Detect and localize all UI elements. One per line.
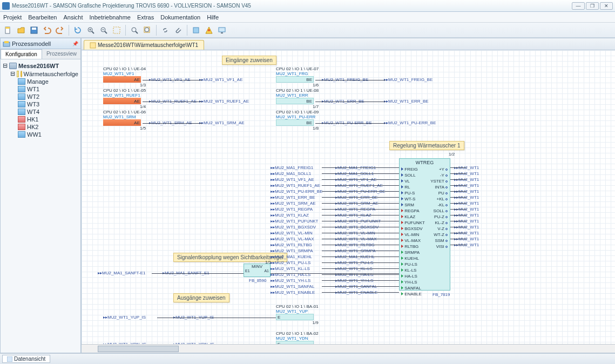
svg-point-14 bbox=[145, 28, 149, 32]
tree-item-hk2[interactable]: HK2 bbox=[3, 123, 78, 131]
reg-in-sig: ▸▸MU2_WT1_RUEF1_AE bbox=[271, 183, 322, 188]
reg-in-sig: ▸▸MU2_WT1_KL-LS bbox=[271, 266, 322, 272]
reg-in-sig: ▸▸MU2_WT1_SRMPA bbox=[271, 248, 322, 254]
note-reg: Regelung Wärmetauscher 1 bbox=[389, 141, 464, 150]
wtreg-title: WTREG bbox=[400, 159, 450, 166]
tree-item-manage[interactable]: Manage bbox=[3, 78, 78, 85]
wtreg-fb: FB_7819 bbox=[432, 292, 450, 297]
menu-ansicht[interactable]: Ansicht bbox=[63, 14, 83, 21]
monitor-button[interactable] bbox=[216, 24, 228, 36]
refresh-button[interactable] bbox=[72, 24, 84, 36]
zoom-sel-button[interactable] bbox=[141, 24, 153, 36]
svg-rect-19 bbox=[221, 32, 223, 33]
titlebar: Messe2016WT - SAMSON Grafische Projektie… bbox=[0, 0, 615, 12]
tree-item-wt2[interactable]: WT2 bbox=[3, 93, 78, 100]
menu-dokumentation[interactable]: Dokumentation bbox=[160, 14, 200, 21]
minv-block[interactable]: MINV E1A1 bbox=[244, 264, 271, 277]
svg-point-12 bbox=[132, 28, 136, 32]
io-block-ue09[interactable]: CPU 02 \ IO 1 \ UE-09 MU2_WT1_PU-ERR BE … bbox=[276, 110, 319, 131]
save-button[interactable] bbox=[28, 24, 40, 36]
wtreg-block[interactable]: WTREG FREIG+Y SOLL-Y VLYSTET RLINTA PU-S… bbox=[399, 158, 450, 291]
svg-rect-11 bbox=[113, 27, 120, 33]
tree-group[interactable]: ⊟ Wärmetauscherfolge bbox=[3, 70, 78, 78]
horizontal-scrollbar[interactable] bbox=[82, 344, 615, 353]
warning-button[interactable] bbox=[203, 24, 215, 36]
reg-in-sig: ▸▸MU2_WT1_VF1_AE bbox=[271, 177, 322, 183]
signal-err-be-out: ▸▸MU2_WT1_ERR_BE bbox=[384, 99, 429, 104]
tree-item-ww1[interactable]: WW1 bbox=[3, 131, 78, 138]
toolbar bbox=[0, 23, 615, 38]
minv-idx: 1/1 bbox=[265, 260, 271, 265]
reg-in-sig: ▸▸MU2_MA1_SOLL1 bbox=[271, 171, 322, 177]
reg-in-sig: ▸▸MU2_WT1_VL-MIN bbox=[271, 230, 322, 236]
reg-in-sig: ▸▸MU2_WT1_PU-LS bbox=[271, 260, 322, 266]
signal-yup-in: ▸▸MU2_WT1_YUP_IS bbox=[103, 315, 146, 320]
tree-item-wt1[interactable]: WT1 bbox=[3, 85, 78, 93]
signal-ydn-in: ▸▸MU2_WT1_YDN_IS bbox=[103, 342, 146, 344]
io-block-ue08[interactable]: CPU 02 \ IO 1 \ UE-08 MU2_WT1_ERR BE 1/7 bbox=[276, 88, 319, 109]
reg-in-sig: ▸▸MU2_WT1_KLAZ bbox=[271, 212, 322, 218]
menubar: Projekt Bearbeiten Ansicht Inbetriebnahm… bbox=[0, 12, 615, 23]
open-button[interactable] bbox=[15, 24, 27, 36]
reg-in-sig: ▸▸MU2_WT1_YH-LS bbox=[271, 278, 322, 284]
tree: ⊟ Messe2016WT ⊟ Wärmetauscherfolge Manag… bbox=[1, 59, 80, 353]
signal-puerr-be-out: ▸▸MU2_WT1_PU-ERR_BE bbox=[384, 120, 436, 125]
sanft-in: ▸▸MU2_MA1_SANFT-E1 bbox=[98, 271, 145, 275]
svg-point-17 bbox=[208, 29, 210, 31]
tab-prozessview[interactable]: Prozessview bbox=[42, 49, 81, 59]
menu-bearbeiten[interactable]: Bearbeiten bbox=[28, 14, 57, 21]
attach-button[interactable] bbox=[172, 24, 184, 36]
reg-in-sig: ▸▸MU2_WT1_REGPA bbox=[271, 206, 322, 212]
status-datenansicht[interactable]: Datenansicht bbox=[2, 355, 50, 363]
maximize-button[interactable]: ❐ bbox=[586, 2, 599, 10]
canvas-scroll[interactable]: Eingänge zuweisen Signalentkopplung wege… bbox=[82, 50, 615, 344]
diagram-canvas[interactable]: Eingänge zuweisen Signalentkopplung wege… bbox=[82, 50, 615, 344]
tree-item-wt4[interactable]: WT4 bbox=[3, 108, 78, 116]
svg-rect-3 bbox=[32, 28, 36, 30]
minimize-button[interactable]: — bbox=[572, 2, 585, 10]
reg-in-sig: ▸▸MU2_WT1_VL-MAX bbox=[271, 236, 322, 242]
window-title: Messe2016WT - SAMSON Grafische Projektie… bbox=[12, 3, 251, 9]
undo-button[interactable] bbox=[41, 24, 53, 36]
tree-root[interactable]: ⊟ Messe2016WT bbox=[3, 62, 78, 70]
io-block-ue05[interactable]: CPU 02 \ IO 1 \ UE-05 MU2_WT1_RUEF1 AE 1… bbox=[103, 88, 146, 109]
menu-hilfe[interactable]: Hilfe bbox=[207, 14, 219, 21]
reg-in-sig: ▸▸MU2_WT1_ERR_BE bbox=[271, 194, 322, 200]
prozessmodell-panel: Prozessmodell 📌 Konfiguration Prozessvie… bbox=[0, 38, 81, 353]
reg-in-sig: ▸▸MU2_WT1_RLTBG bbox=[271, 242, 322, 248]
redo-button[interactable] bbox=[54, 24, 66, 36]
io-block-ba01[interactable]: CPU 02 \ IO 1 \ BA-01 MU2_WT1_YUP E 1/9 bbox=[276, 304, 319, 325]
panel-title: Prozessmodell bbox=[12, 41, 51, 47]
note-inputs: Eingänge zuweisen bbox=[222, 56, 276, 65]
io-block-ue06[interactable]: CPU 02 \ IO 1 \ UE-06 MU2_WT1_SRM AE 1/5 bbox=[103, 110, 146, 131]
signal-freig-be-out: ▸▸MU2_WT1_FREIG_BE bbox=[384, 77, 432, 82]
tree-item-wt3[interactable]: WT3 bbox=[3, 100, 78, 108]
link-button[interactable] bbox=[159, 24, 171, 36]
statusbar: Datenansicht bbox=[0, 353, 615, 364]
zoom-fit-button[interactable] bbox=[111, 24, 123, 36]
doc-tabs: Messe2016WT\Wärmetauscherfolge\WT1 ◄ ► × bbox=[82, 38, 615, 50]
menu-extras[interactable]: Extras bbox=[137, 14, 154, 21]
reg-in-sig: ▸▸MU2_WT1_BGXSDV bbox=[271, 224, 322, 230]
io-block-ba02[interactable]: CPU 02 \ IO 1 \ BA-02 MU2_WT1_YDN E 1/10 bbox=[276, 331, 319, 344]
tree-item-hk1[interactable]: HK1 bbox=[3, 116, 78, 123]
svg-rect-22 bbox=[90, 43, 96, 48]
new-button[interactable] bbox=[2, 24, 14, 36]
block-button[interactable] bbox=[190, 24, 202, 36]
zoom-100-button[interactable] bbox=[129, 24, 140, 36]
tab-konfiguration[interactable]: Konfiguration bbox=[1, 49, 42, 59]
doc-tab-wt1[interactable]: Messe2016WT\Wärmetauscherfolge\WT1 bbox=[84, 40, 204, 50]
menu-inbetriebnahme[interactable]: Inbetriebnahme bbox=[90, 14, 131, 21]
reg-in-sig: ▸▸MU2_MA1_KUEHL bbox=[271, 254, 322, 260]
minv-fb: FB_8590 bbox=[249, 278, 266, 283]
zoom-in-button[interactable] bbox=[85, 24, 97, 36]
io-block-ue07[interactable]: CPU 02 \ IO 1 \ UE-07 MU2_WT1_FRG BE 1/6 bbox=[276, 66, 319, 87]
signal-srm-ae-out: ▸▸MU2_WT1_SRM_AE bbox=[199, 120, 245, 125]
svg-line-13 bbox=[136, 31, 138, 33]
menu-projekt[interactable]: Projekt bbox=[3, 14, 22, 21]
zoom-out-button[interactable] bbox=[98, 24, 110, 36]
pin-icon[interactable]: 📌 bbox=[72, 41, 78, 46]
close-button[interactable]: ✕ bbox=[600, 2, 613, 10]
svg-rect-1 bbox=[5, 27, 10, 29]
io-block-ue04[interactable]: CPU 02 \ IO 1 \ UE-04 MU2_WT1_VF1 AE 1/3 bbox=[103, 66, 146, 87]
